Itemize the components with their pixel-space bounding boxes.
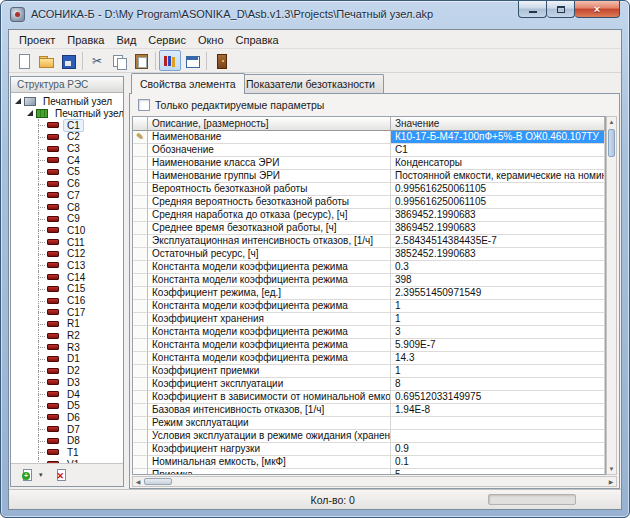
cell-description[interactable]: Базовая интенсивность отказов, [1/ч] xyxy=(148,404,391,417)
cell-value[interactable]: 2.58434514384435E-7 xyxy=(391,235,605,248)
tree-item-root[interactable]: Печатный узел xyxy=(11,96,123,108)
cell-description[interactable]: Остаточный ресурс, [ч] xyxy=(148,248,391,261)
tree-item-board[interactable]: Печатный узел xyxy=(11,108,123,120)
cell-description[interactable]: Приемка xyxy=(148,469,391,475)
horizontal-scroll-thumb[interactable] xyxy=(144,478,172,485)
toolbar-open-project-button[interactable] xyxy=(35,50,57,71)
tab-element-properties[interactable]: Свойства элемента xyxy=(131,73,245,94)
toolbar-reliability-report-button[interactable] xyxy=(159,50,181,71)
cell-value[interactable]: 8 xyxy=(391,378,605,391)
tree-item-component[interactable]: C5 xyxy=(11,166,123,178)
cell-value[interactable]: Постоянной емкости, керамические на номи… xyxy=(391,170,605,183)
title-bar[interactable]: АСОНИКА-Б - D:\My Program\ASONIKA_D\Asb.… xyxy=(1,1,629,29)
toolbar-save-project-button[interactable] xyxy=(57,50,79,71)
tree-item-component[interactable]: R2 xyxy=(11,330,123,342)
expand-arrow-icon[interactable] xyxy=(27,110,33,116)
add-component-button[interactable]: + xyxy=(17,466,37,484)
tree-item-component[interactable]: R3 xyxy=(11,341,123,353)
tree-item-component[interactable]: C1 xyxy=(11,119,123,131)
tree-item-component[interactable]: D7 xyxy=(11,423,123,435)
toolbar-new-document-button[interactable] xyxy=(13,50,35,71)
tree-item-component[interactable]: C8 xyxy=(11,201,123,213)
menu-item[interactable]: Правка xyxy=(61,31,110,46)
tree-item-component[interactable]: C3 xyxy=(11,143,123,155)
menu-item[interactable]: Сервис xyxy=(142,31,192,46)
cell-value[interactable]: C1 xyxy=(391,144,605,157)
cell-description[interactable]: Наименование класса ЭРИ xyxy=(148,157,391,170)
toolbar-data-table-button[interactable] xyxy=(181,50,203,71)
tree-item-component[interactable]: D6 xyxy=(11,412,123,424)
cell-description[interactable]: Коэффициент в зависимости от номинальной… xyxy=(148,391,391,404)
cell-value[interactable]: 3869452.1990683 xyxy=(391,209,605,222)
close-button[interactable]: × xyxy=(575,1,620,18)
vertical-scroll-thumb[interactable] xyxy=(608,129,615,157)
cell-value[interactable]: 0.69512033149975 xyxy=(391,391,605,404)
cell-description[interactable]: Среднее время безотказной работы, [ч] xyxy=(148,222,391,235)
cell-value[interactable]: 0.995616250061105 xyxy=(391,183,605,196)
tree-item-component[interactable]: C17 xyxy=(11,306,123,318)
scroll-left-icon[interactable]: ◀ xyxy=(133,477,143,486)
menu-item[interactable]: Окно xyxy=(192,31,230,46)
cell-value[interactable]: 0.9 xyxy=(391,443,605,456)
cell-value[interactable]: 3852452.1990683 xyxy=(391,248,605,261)
cell-value[interactable]: 5 xyxy=(391,469,605,475)
cell-value[interactable]: Конденсаторы xyxy=(391,157,605,170)
cell-description[interactable]: Режим эксплуатации xyxy=(148,417,391,430)
menu-item[interactable]: Вид xyxy=(110,31,142,46)
grid-header-description[interactable]: Описание, [размерность] xyxy=(148,117,391,131)
add-component-dropdown[interactable]: ▾ xyxy=(39,466,49,484)
cell-description[interactable]: Константа модели коэффициента режима xyxy=(148,352,391,365)
cell-value[interactable]: 14.3 xyxy=(391,352,605,365)
cell-value[interactable]: 3869452.1990683 xyxy=(391,222,605,235)
tree-item-component[interactable]: T1 xyxy=(11,447,123,459)
cell-description[interactable]: Средняя наработка до отказа (ресурс), [ч… xyxy=(148,209,391,222)
tree-item-component[interactable]: C16 xyxy=(11,295,123,307)
scroll-right-icon[interactable]: ▶ xyxy=(606,477,616,486)
tree-item-component[interactable]: C10 xyxy=(11,225,123,237)
cell-value[interactable]: 2.39551450971549 xyxy=(391,287,605,300)
cell-description[interactable]: Коэффициент нагрузки xyxy=(148,443,391,456)
toolbar-paste-button[interactable] xyxy=(130,50,152,71)
tree-item-component[interactable]: C7 xyxy=(11,190,123,202)
cell-description[interactable]: Наименование xyxy=(148,131,391,144)
cell-value[interactable]: 0.3 xyxy=(391,261,605,274)
menu-item[interactable]: Справка xyxy=(230,31,285,46)
expand-arrow-icon[interactable] xyxy=(15,98,21,104)
toolbar-exit-button[interactable] xyxy=(210,50,232,71)
cell-value[interactable] xyxy=(391,430,605,443)
cell-description[interactable]: Эксплуатационная интенсивность отказов, … xyxy=(148,235,391,248)
component-tree[interactable]: Печатный узелПечатный узелC1C2C3C4C5C6C7… xyxy=(11,93,123,464)
cell-value[interactable] xyxy=(391,417,605,430)
tree-item-component[interactable]: C4 xyxy=(11,154,123,166)
cell-description[interactable]: Коэффициент приемки xyxy=(148,365,391,378)
editable-only-checkbox[interactable] xyxy=(138,99,150,111)
cell-description[interactable]: Константа модели коэффициента режима xyxy=(148,339,391,352)
tab-reliability-indicators[interactable]: Показатели безотказности xyxy=(237,74,384,93)
delete-component-button[interactable]: ✕ xyxy=(51,466,71,484)
cell-description[interactable]: Обозначение xyxy=(148,144,391,157)
cell-description[interactable]: Номинальная емкость, [мкФ] xyxy=(148,456,391,469)
cell-description[interactable]: Средняя вероятность безотказной работы xyxy=(148,196,391,209)
grid-header-value[interactable]: Значение xyxy=(391,117,605,131)
cell-value[interactable]: 3 xyxy=(391,326,605,339)
cell-value[interactable]: 398 xyxy=(391,274,605,287)
cell-value[interactable]: К10-17-Б-М47-100пФ+5%-В ОЖ0.460.107ТУ xyxy=(391,131,605,144)
vertical-scrollbar[interactable]: ▲ ▼ xyxy=(606,116,617,475)
tree-item-component[interactable]: D1 xyxy=(11,353,123,365)
minimize-button[interactable] xyxy=(518,1,547,18)
tree-item-component[interactable]: C13 xyxy=(11,260,123,272)
scroll-down-icon[interactable]: ▼ xyxy=(607,464,616,474)
scroll-up-icon[interactable]: ▲ xyxy=(607,117,616,127)
tree-item-component[interactable]: C14 xyxy=(11,271,123,283)
cell-description[interactable]: Наименование группы ЭРИ xyxy=(148,170,391,183)
cell-description[interactable]: Условия эксплуатации в режиме ожидания (… xyxy=(148,430,391,443)
tree-item-component[interactable]: C15 xyxy=(11,283,123,295)
tree-item-component[interactable]: R1 xyxy=(11,318,123,330)
cell-description[interactable]: Константа модели коэффициента режима xyxy=(148,300,391,313)
cell-value[interactable]: 0.995616250061105 xyxy=(391,196,605,209)
cell-description[interactable]: Коэффициент режима, [ед.] xyxy=(148,287,391,300)
cell-description[interactable]: Вероятность безотказной работы xyxy=(148,183,391,196)
tree-item-component[interactable]: C9 xyxy=(11,213,123,225)
tree-item-component[interactable]: D8 xyxy=(11,435,123,447)
cell-value[interactable]: 1 xyxy=(391,300,605,313)
